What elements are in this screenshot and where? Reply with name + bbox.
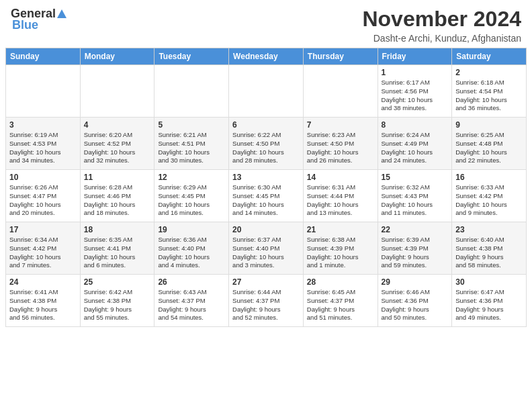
calendar-header-monday: Monday	[80, 48, 154, 65]
day-info: Sunrise: 6:30 AM Sunset: 4:45 PM Dayligh…	[232, 183, 300, 218]
day-number: 6	[232, 120, 300, 130]
calendar-day-cell: 22Sunrise: 6:39 AM Sunset: 4:39 PM Dayli…	[378, 222, 452, 275]
day-info: Sunrise: 6:46 AM Sunset: 4:36 PM Dayligh…	[382, 288, 449, 322]
day-info: Sunrise: 6:39 AM Sunset: 4:39 PM Dayligh…	[382, 236, 449, 270]
calendar-day-cell: 8Sunrise: 6:24 AM Sunset: 4:49 PM Daylig…	[378, 118, 452, 170]
day-info: Sunrise: 6:28 AM Sunset: 4:46 PM Dayligh…	[84, 183, 151, 218]
calendar-day-cell: 25Sunrise: 6:42 AM Sunset: 4:38 PM Dayli…	[80, 275, 154, 327]
calendar-day-cell	[303, 65, 378, 118]
day-info: Sunrise: 6:40 AM Sunset: 4:38 PM Dayligh…	[455, 236, 523, 270]
day-info: Sunrise: 6:20 AM Sunset: 4:52 PM Dayligh…	[84, 131, 151, 165]
day-info: Sunrise: 6:36 AM Sunset: 4:40 PM Dayligh…	[158, 236, 225, 270]
calendar-week-row: 3Sunrise: 6:19 AM Sunset: 4:53 PM Daylig…	[6, 118, 527, 170]
day-info: Sunrise: 6:41 AM Sunset: 4:38 PM Dayligh…	[9, 288, 77, 322]
calendar-day-cell: 20Sunrise: 6:37 AM Sunset: 4:40 PM Dayli…	[229, 222, 304, 275]
day-info: Sunrise: 6:29 AM Sunset: 4:45 PM Dayligh…	[158, 183, 225, 218]
calendar-day-cell: 13Sunrise: 6:30 AM Sunset: 4:45 PM Dayli…	[229, 170, 304, 222]
calendar-day-cell: 27Sunrise: 6:44 AM Sunset: 4:37 PM Dayli…	[229, 275, 304, 327]
day-number: 21	[307, 225, 374, 234]
calendar-week-row: 1Sunrise: 6:17 AM Sunset: 4:56 PM Daylig…	[6, 65, 527, 118]
day-number: 1	[382, 68, 449, 77]
day-info: Sunrise: 6:45 AM Sunset: 4:37 PM Dayligh…	[307, 288, 374, 322]
svg-marker-0	[57, 9, 66, 18]
calendar-day-cell: 12Sunrise: 6:29 AM Sunset: 4:45 PM Dayli…	[154, 170, 229, 222]
calendar-day-cell: 9Sunrise: 6:25 AM Sunset: 4:48 PM Daylig…	[452, 118, 527, 170]
day-number: 3	[9, 120, 77, 130]
day-number: 2	[455, 68, 523, 77]
day-number: 27	[232, 277, 300, 287]
calendar-day-cell: 30Sunrise: 6:47 AM Sunset: 4:36 PM Dayli…	[452, 275, 527, 327]
calendar-header-sunday: Sunday	[6, 48, 81, 65]
calendar-day-cell: 26Sunrise: 6:43 AM Sunset: 4:37 PM Dayli…	[154, 275, 229, 327]
day-info: Sunrise: 6:22 AM Sunset: 4:50 PM Dayligh…	[232, 131, 300, 165]
day-number: 30	[455, 277, 523, 287]
calendar-day-cell: 29Sunrise: 6:46 AM Sunset: 4:36 PM Dayli…	[378, 275, 452, 327]
calendar-day-cell: 16Sunrise: 6:33 AM Sunset: 4:42 PM Dayli…	[452, 170, 527, 222]
calendar-day-cell: 15Sunrise: 6:32 AM Sunset: 4:43 PM Dayli…	[378, 170, 452, 222]
day-number: 11	[84, 173, 151, 182]
calendar-header-friday: Friday	[378, 48, 452, 65]
day-number: 8	[382, 120, 449, 130]
calendar-day-cell: 24Sunrise: 6:41 AM Sunset: 4:38 PM Dayli…	[6, 275, 81, 327]
calendar-day-cell: 21Sunrise: 6:38 AM Sunset: 4:39 PM Dayli…	[303, 222, 378, 275]
day-info: Sunrise: 6:18 AM Sunset: 4:54 PM Dayligh…	[455, 79, 523, 113]
logo-triangle-icon	[56, 9, 67, 19]
day-number: 12	[158, 173, 225, 182]
calendar-day-cell	[229, 65, 304, 118]
calendar-header-saturday: Saturday	[452, 48, 527, 65]
day-info: Sunrise: 6:47 AM Sunset: 4:36 PM Dayligh…	[455, 288, 523, 322]
calendar-day-cell: 19Sunrise: 6:36 AM Sunset: 4:40 PM Dayli…	[154, 222, 229, 275]
day-info: Sunrise: 6:37 AM Sunset: 4:40 PM Dayligh…	[232, 236, 300, 270]
calendar-day-cell: 10Sunrise: 6:26 AM Sunset: 4:47 PM Dayli…	[6, 170, 81, 222]
day-info: Sunrise: 6:34 AM Sunset: 4:42 PM Dayligh…	[9, 236, 77, 270]
day-info: Sunrise: 6:31 AM Sunset: 4:44 PM Dayligh…	[307, 183, 374, 218]
calendar-day-cell: 4Sunrise: 6:20 AM Sunset: 4:52 PM Daylig…	[80, 118, 154, 170]
calendar-day-cell	[80, 65, 154, 118]
day-info: Sunrise: 6:43 AM Sunset: 4:37 PM Dayligh…	[158, 288, 225, 322]
day-number: 18	[84, 225, 151, 234]
title-area: November 2024 Dasht-e Archi, Kunduz, Afg…	[362, 7, 521, 44]
day-number: 4	[84, 120, 151, 130]
day-number: 17	[9, 225, 77, 234]
day-info: Sunrise: 6:26 AM Sunset: 4:47 PM Dayligh…	[9, 183, 77, 218]
day-info: Sunrise: 6:42 AM Sunset: 4:38 PM Dayligh…	[84, 288, 151, 322]
day-number: 28	[307, 277, 374, 287]
day-number: 23	[455, 225, 523, 234]
day-number: 14	[307, 173, 374, 182]
calendar-day-cell: 7Sunrise: 6:23 AM Sunset: 4:50 PM Daylig…	[303, 118, 378, 170]
calendar-day-cell: 23Sunrise: 6:40 AM Sunset: 4:38 PM Dayli…	[452, 222, 527, 275]
calendar-day-cell: 3Sunrise: 6:19 AM Sunset: 4:53 PM Daylig…	[6, 118, 81, 170]
calendar-week-row: 17Sunrise: 6:34 AM Sunset: 4:42 PM Dayli…	[6, 222, 527, 275]
day-number: 26	[158, 277, 225, 287]
calendar-wrapper: SundayMondayTuesdayWednesdayThursdayFrid…	[0, 48, 532, 332]
day-number: 16	[455, 173, 523, 182]
day-info: Sunrise: 6:35 AM Sunset: 4:41 PM Dayligh…	[84, 236, 151, 270]
day-number: 22	[382, 225, 449, 234]
calendar-day-cell: 2Sunrise: 6:18 AM Sunset: 4:54 PM Daylig…	[452, 65, 527, 118]
logo-blue-text: Blue	[12, 18, 38, 32]
calendar-day-cell: 1Sunrise: 6:17 AM Sunset: 4:56 PM Daylig…	[378, 65, 452, 118]
day-number: 9	[455, 120, 523, 130]
day-info: Sunrise: 6:19 AM Sunset: 4:53 PM Dayligh…	[9, 131, 77, 165]
day-info: Sunrise: 6:17 AM Sunset: 4:56 PM Dayligh…	[382, 79, 449, 113]
calendar-day-cell	[6, 65, 81, 118]
calendar-header-row: SundayMondayTuesdayWednesdayThursdayFrid…	[6, 48, 527, 65]
day-number: 13	[232, 173, 300, 182]
calendar-week-row: 24Sunrise: 6:41 AM Sunset: 4:38 PM Dayli…	[6, 275, 527, 327]
calendar-header-thursday: Thursday	[303, 48, 378, 65]
calendar-day-cell: 18Sunrise: 6:35 AM Sunset: 4:41 PM Dayli…	[80, 222, 154, 275]
calendar-header-wednesday: Wednesday	[229, 48, 304, 65]
day-info: Sunrise: 6:25 AM Sunset: 4:48 PM Dayligh…	[455, 131, 523, 165]
calendar-week-row: 10Sunrise: 6:26 AM Sunset: 4:47 PM Dayli…	[6, 170, 527, 222]
day-number: 29	[382, 277, 449, 287]
day-number: 5	[158, 120, 225, 130]
day-info: Sunrise: 6:24 AM Sunset: 4:49 PM Dayligh…	[382, 131, 449, 165]
day-number: 24	[9, 277, 77, 287]
calendar-day-cell: 5Sunrise: 6:21 AM Sunset: 4:51 PM Daylig…	[154, 118, 229, 170]
page-subtitle: Dasht-e Archi, Kunduz, Afghanistan	[362, 33, 521, 44]
calendar-table: SundayMondayTuesdayWednesdayThursdayFrid…	[5, 48, 527, 327]
day-info: Sunrise: 6:21 AM Sunset: 4:51 PM Dayligh…	[158, 131, 225, 165]
calendar-day-cell: 28Sunrise: 6:45 AM Sunset: 4:37 PM Dayli…	[303, 275, 378, 327]
calendar-day-cell	[154, 65, 229, 118]
logo-area: General Blue	[11, 7, 67, 32]
